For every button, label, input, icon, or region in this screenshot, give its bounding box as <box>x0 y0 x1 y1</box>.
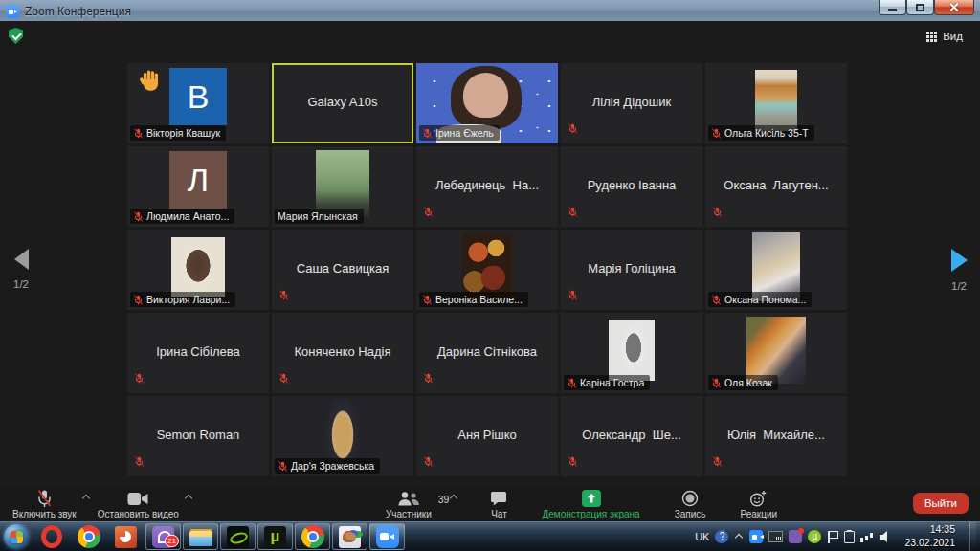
participant-tile[interactable]: ВВікторія Квашук <box>127 63 269 143</box>
participant-tile[interactable]: Ольга Кисіль 35-Т <box>705 63 847 143</box>
tray-help-icon[interactable] <box>715 530 728 543</box>
muted-indicator <box>423 204 434 221</box>
participant-tile[interactable]: Оля Козак <box>705 313 847 393</box>
participant-tile[interactable]: Лебединець На... <box>416 146 558 227</box>
record-button[interactable]: Запись <box>670 488 711 520</box>
participant-tile[interactable]: Galaxy A10s <box>272 63 413 143</box>
participant-name: Руденко Іванна <box>565 178 699 192</box>
participant-tile[interactable]: Коняченко Надія <box>272 313 413 393</box>
paint-icon <box>339 526 361 548</box>
start-button[interactable] <box>0 522 33 551</box>
leave-button[interactable]: Выйти <box>913 493 969 514</box>
audio-options-chevron[interactable] <box>81 493 91 502</box>
video-feed-person <box>463 73 508 118</box>
participant-tile[interactable]: Марія Голіцина <box>561 230 702 310</box>
participant-tile[interactable]: Аня Рішко <box>416 396 558 476</box>
stop-video-button[interactable]: Остановить видео <box>93 488 184 520</box>
taskbar-app-paint[interactable] <box>332 523 368 550</box>
taskbar-app-powerpoint[interactable] <box>108 523 144 550</box>
participant-tile[interactable]: Оксана Понома... <box>705 230 847 310</box>
close-button[interactable] <box>934 0 974 15</box>
zoom-window: Zoom Конференция Вид 1/2 ВВікторія Квашу… <box>0 0 980 551</box>
participant-name: Дарина Сітнікова <box>420 344 554 359</box>
security-shield-icon[interactable] <box>9 28 23 44</box>
tray-volume-icon[interactable] <box>880 531 895 543</box>
taskbar-app-chrome[interactable] <box>71 523 106 550</box>
chat-button[interactable]: Чат <box>485 488 512 520</box>
participants-chevron[interactable] <box>449 493 458 502</box>
participant-tile[interactable]: Ірина Єжель <box>416 63 558 143</box>
muted-indicator <box>568 453 578 471</box>
view-button[interactable]: Вид <box>921 27 969 46</box>
taskbar-empty-space <box>406 522 695 551</box>
taskbar-app-opera[interactable] <box>33 523 69 550</box>
taskbar-clock[interactable]: 14:35 23.02.2021 <box>904 523 955 549</box>
participant-name: Ірина Сібілева <box>131 344 265 359</box>
muted-indicator <box>134 453 145 471</box>
taskbar-app-viber[interactable]: 21 <box>145 523 181 550</box>
muted-mic-icon <box>133 128 144 139</box>
reactions-label: Реакции <box>740 509 777 519</box>
participant-name: Дар'я Зражевська <box>291 460 374 472</box>
participant-tile[interactable]: Каріна Гостра <box>561 313 702 393</box>
utorrent-icon <box>264 526 286 548</box>
chat-label: Чат <box>491 509 507 519</box>
language-indicator[interactable]: UK <box>695 531 709 542</box>
taskbar-app-media-app[interactable] <box>220 523 256 550</box>
muted-mic-icon <box>568 290 578 300</box>
participant-tile[interactable]: Оксана Лагутен... <box>705 146 847 227</box>
participant-tile[interactable]: Лілія Дідошик <box>561 63 702 143</box>
profile-photo <box>752 232 800 301</box>
participant-tile[interactable]: Дар'я Зражевська <box>272 396 413 476</box>
participant-name: Оксана Понома... <box>724 294 806 305</box>
participant-tile[interactable]: Вероніка Василе... <box>416 230 558 310</box>
participant-tile[interactable]: Руденко Іванна <box>561 146 702 227</box>
taskbar-app-explorer[interactable] <box>183 523 218 550</box>
tray-flag-icon[interactable] <box>827 531 838 543</box>
muted-mic-icon <box>568 456 578 467</box>
powerpoint-icon <box>115 526 137 548</box>
participant-tile[interactable]: ЛЛюдмила Анато... <box>127 146 269 227</box>
maximize-button[interactable] <box>906 0 934 15</box>
participant-name: Вероніка Василе... <box>435 294 523 305</box>
participant-tile[interactable]: Ірина Сібілева <box>127 313 269 393</box>
unmute-button[interactable]: Включить звук <box>8 488 81 520</box>
taskbar-app-zoom[interactable] <box>369 523 405 550</box>
participant-name-tag: Людмила Анато... <box>130 209 234 224</box>
minimize-button[interactable] <box>879 0 906 15</box>
show-desktop-button[interactable] <box>969 522 976 551</box>
tray-display-icon[interactable] <box>768 531 783 542</box>
muted-indicator <box>568 121 578 138</box>
system-tray: UK 14:35 23.02.2021 <box>695 522 976 551</box>
tray-signal-icon[interactable] <box>860 531 874 542</box>
next-page-button[interactable]: 1/2 <box>940 249 978 292</box>
participant-name: Марія Голіцина <box>565 261 699 276</box>
participant-name: Ірина Єжель <box>435 127 494 139</box>
participant-tile[interactable]: Юлія Михайле... <box>705 396 847 476</box>
muted-mic-icon <box>711 378 722 388</box>
participant-name: Олександр Ше... <box>565 428 699 442</box>
participants-button[interactable]: Участники <box>381 488 436 520</box>
tray-utorrent-icon[interactable] <box>808 530 821 543</box>
participant-tile[interactable]: Виктория Лаври... <box>127 230 269 310</box>
tray-chev-icon[interactable] <box>734 532 744 541</box>
prev-page-button[interactable]: 1/2 <box>2 249 40 290</box>
tray-zoom-icon[interactable] <box>749 530 763 543</box>
participant-name: Вікторія Квашук <box>146 127 220 139</box>
tray-clip-icon[interactable] <box>844 531 855 543</box>
video-options-chevron[interactable] <box>184 493 193 502</box>
participant-tile[interactable]: Semon Roman <box>127 396 269 476</box>
participant-tile[interactable]: Дарина Сітнікова <box>416 313 558 393</box>
participant-tile[interactable]: Мария Ялынская <box>272 146 413 227</box>
taskbar-app-chrome-2[interactable] <box>295 523 330 550</box>
participant-tile[interactable]: Саша Савицкая <box>272 230 413 310</box>
tray-viber-icon[interactable] <box>789 530 802 543</box>
participant-tile[interactable]: Олександр Ше... <box>561 396 702 476</box>
zoom-app-icon <box>6 5 19 18</box>
share-screen-button[interactable]: Демонстрация экрана <box>537 488 644 520</box>
profile-photo <box>316 150 369 217</box>
taskbar-app-utorrent[interactable] <box>257 523 293 550</box>
reactions-button[interactable]: Реакции <box>735 488 782 520</box>
muted-mic-icon <box>278 373 289 384</box>
muted-microphone-icon <box>35 490 54 508</box>
